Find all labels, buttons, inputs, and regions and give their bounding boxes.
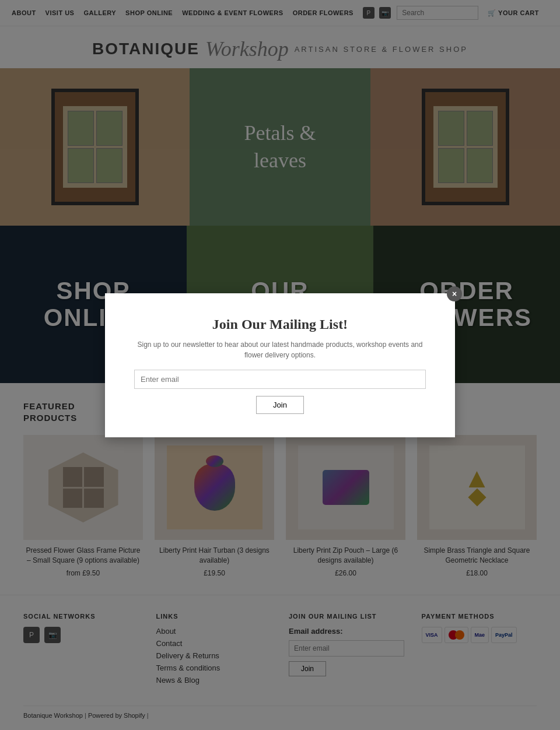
modal-overlay[interactable]: × Join Our Mailing List! Sign up to our … [0,0,560,725]
modal-description: Sign up to our newsletter to hear about … [134,339,426,360]
modal-title: Join Our Mailing List! [134,317,426,332]
modal-close-button[interactable]: × [447,286,462,301]
mailing-list-modal: × Join Our Mailing List! Sign up to our … [105,293,455,437]
modal-join-button[interactable]: Join [256,396,304,414]
modal-email-input[interactable] [134,370,426,389]
